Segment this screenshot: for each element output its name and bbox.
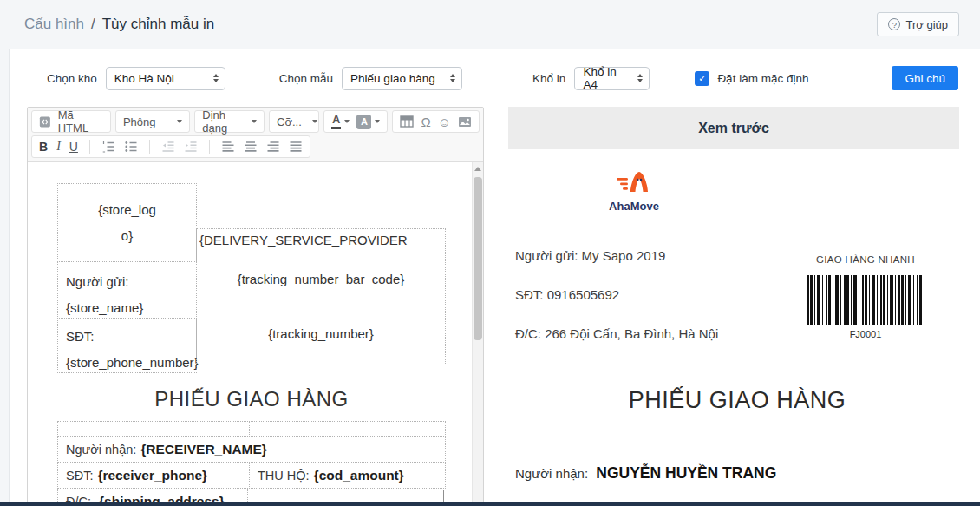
- default-checkbox[interactable]: [695, 71, 709, 86]
- table-icon[interactable]: [400, 115, 414, 128]
- chevron-down-icon: [312, 120, 317, 123]
- receiver-phone-label: SĐT:: [66, 469, 93, 483]
- template-doc-title: PHIẾU GIAO HÀNG: [57, 387, 446, 411]
- background-color-button[interactable]: [356, 115, 380, 129]
- paper-size-select[interactable]: Khổ in A4: [574, 67, 650, 90]
- sender-cell: Người gửi: {store_name}: [57, 261, 197, 319]
- receiver-phone-placeholder: {receiver_phone}: [97, 468, 207, 483]
- barcode-placeholder: {tracking_number_bar_code}: [197, 272, 445, 286]
- sender-label: Người gửi:: [66, 269, 188, 295]
- toolbar-divider: [89, 140, 90, 154]
- size-dropdown[interactable]: Cỡ...: [269, 110, 319, 133]
- align-center-icon[interactable]: [244, 140, 258, 154]
- html-source-label: Mã HTML: [58, 108, 103, 135]
- align-justify-icon[interactable]: [289, 140, 303, 154]
- indent-icon[interactable]: [184, 140, 198, 154]
- toolbar-row-2: B I U: [31, 135, 480, 158]
- template-receiver-table: Người nhận: {RECEIVER_NAME} SĐT: {receiv…: [57, 421, 446, 506]
- chevron-down-icon: [177, 120, 182, 123]
- preview-address-line: Đ/C: 266 Đội Cấn, Ba Đình, Hà Nội: [515, 325, 786, 343]
- format-dropdown-label: Định dạng: [202, 108, 241, 135]
- controls-row: Chọn kho Kho Hà Nội Chọn mẫu Phiếu giao …: [10, 49, 980, 90]
- note-button[interactable]: Ghi chú: [892, 66, 958, 90]
- toolbar-row-1: Mã HTML Phông Định dạng Cỡ...: [31, 110, 480, 133]
- numbered-list-icon[interactable]: [101, 140, 115, 154]
- outdent-icon[interactable]: [161, 140, 175, 154]
- format-dropdown[interactable]: Định dạng: [194, 110, 265, 133]
- font-dropdown-label: Phông: [123, 115, 156, 128]
- text-color-button[interactable]: [331, 114, 350, 128]
- store-logo-cell: {store_logo}: [57, 183, 197, 262]
- carrier-name: GIAO HÀNG NHANH: [796, 254, 935, 265]
- size-dropdown-label: Cỡ...: [277, 115, 302, 128]
- preview-header: Xem trước: [508, 107, 959, 149]
- preview-barcode-block: GIAO HÀNG NHANH FJ0001: [796, 247, 935, 365]
- template-header-left-column: {store_logo} Người gửi: {store_name} SĐT…: [57, 183, 197, 373]
- insert-tools-group: Ω ☺: [392, 110, 480, 133]
- warehouse-select[interactable]: Kho Hà Nội: [106, 67, 225, 90]
- toolbar-divider: [149, 140, 150, 154]
- format-tools-group: B I U: [31, 135, 310, 158]
- preview-phone-line: SĐT: 0916505692: [515, 286, 786, 304]
- tracking-placeholder: {tracking_number}: [197, 326, 445, 341]
- scrollbar-thumb[interactable]: [474, 177, 482, 340]
- preview-sender-line: Người gửi: My Sapo 2019: [515, 247, 786, 265]
- background-color-icon: [356, 115, 371, 129]
- store-logo-placeholder: {store_logo}: [97, 197, 158, 249]
- barcode-image: [807, 275, 924, 325]
- bold-icon[interactable]: B: [39, 140, 48, 154]
- editor-scrollbar[interactable]: [472, 162, 483, 506]
- align-left-icon[interactable]: [221, 140, 235, 154]
- preview-panel: Xem trước AhaMove Người gửi: My S: [508, 107, 959, 483]
- special-char-icon[interactable]: Ω: [421, 115, 430, 128]
- carrier-logo-text: AhaMove: [602, 200, 666, 213]
- warehouse-select-value: Kho Hà Nội: [114, 72, 174, 85]
- select-stepper-icon: [637, 74, 643, 82]
- editor-content[interactable]: {store_logo} Người gửi: {store_name} SĐT…: [28, 162, 483, 506]
- receiver-label: Người nhận:: [66, 443, 136, 457]
- color-tools-group: [323, 110, 388, 133]
- template-header-right-column: {DELIVERY_SERVICE_PROVIDER {tracking_num…: [196, 183, 446, 373]
- table-row: SĐT: {receiver_phone} THU HỘ: {cod_amoun…: [57, 462, 446, 489]
- template-body: {store_logo} Người gửi: {store_name} SĐT…: [28, 162, 483, 506]
- paper-size-select-value: Khổ in A4: [583, 65, 630, 91]
- cod-cell: THU HỘ: {cod_amount}: [249, 462, 446, 489]
- cod-label: THU HỘ:: [258, 469, 310, 483]
- select-stepper-icon: [450, 74, 455, 82]
- align-right-icon[interactable]: [266, 140, 280, 154]
- scroll-up-arrow-icon[interactable]: [473, 162, 483, 175]
- paper-size-label: Khổ in: [532, 72, 565, 85]
- image-icon[interactable]: [458, 116, 472, 128]
- default-checkbox-label: Đặt làm mặc định: [717, 72, 808, 85]
- preview-info-row: Người gửi: My Sapo 2019 SĐT: 0916505692 …: [515, 247, 959, 365]
- bottom-divider: [0, 502, 980, 506]
- preview-doc-title: PHIẾU GIAO HÀNG: [515, 387, 959, 414]
- emoticon-icon[interactable]: ☺: [438, 115, 451, 128]
- receiver-placeholder: {RECEIVER_NAME}: [140, 442, 267, 457]
- ahamove-logo-icon: [615, 170, 653, 198]
- breadcrumb-section[interactable]: Cấu hình: [24, 16, 84, 33]
- breadcrumb: Cấu hình / Tùy chỉnh mẫu in: [24, 16, 214, 33]
- preview-receiver-name: NGUYỄN HUYỀN TRANG: [596, 464, 776, 482]
- help-button[interactable]: Trợ giúp: [877, 12, 959, 36]
- font-dropdown[interactable]: Phông: [115, 110, 190, 133]
- italic-icon[interactable]: I: [56, 140, 61, 154]
- top-bar: Cấu hình / Tùy chỉnh mẫu in Trợ giúp: [0, 0, 980, 49]
- chevron-down-icon: [252, 120, 257, 123]
- table-row: Người nhận: {RECEIVER_NAME}: [57, 436, 446, 463]
- sender-phone-label: SĐT:: [66, 324, 196, 350]
- question-circle-icon: [888, 18, 900, 30]
- bullet-list-icon[interactable]: [124, 140, 138, 154]
- underline-icon[interactable]: U: [69, 140, 78, 154]
- preview-receiver-line: Người nhận: NGUYỄN HUYỀN TRANG: [515, 464, 959, 483]
- content-card: Chọn kho Kho Hà Nội Chọn mẫu Phiếu giao …: [9, 49, 980, 506]
- code-icon: [39, 115, 51, 128]
- carrier-logo: AhaMove: [602, 170, 666, 213]
- template-editor: Mã HTML Phông Định dạng Cỡ...: [27, 107, 484, 506]
- table-row: [57, 421, 446, 437]
- template-select-value: Phiếu giao hàng: [350, 72, 435, 85]
- empty-cell: [249, 421, 446, 437]
- html-source-button[interactable]: Mã HTML: [31, 110, 111, 133]
- preview-body: AhaMove Người gửi: My Sapo 2019 SĐT: 091…: [508, 170, 959, 483]
- template-select[interactable]: Phiếu giao hàng: [342, 67, 462, 90]
